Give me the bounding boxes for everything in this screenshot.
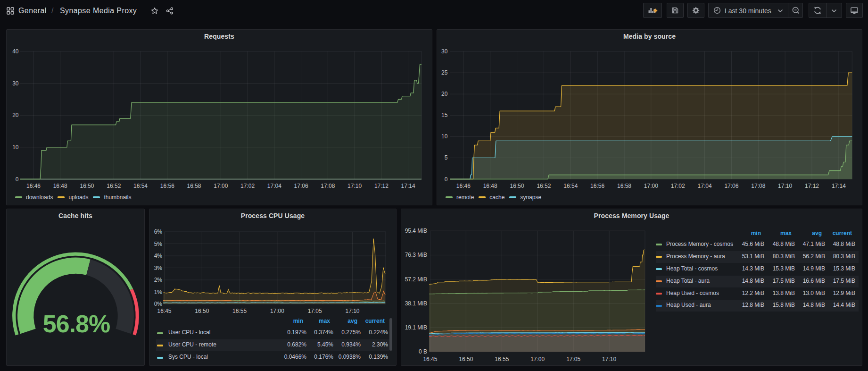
svg-text:95.4 MiB: 95.4 MiB (405, 228, 427, 234)
svg-text:76.3 MiB: 76.3 MiB (405, 252, 427, 258)
svg-text:17:00: 17:00 (270, 308, 284, 314)
svg-text:16:52: 16:52 (537, 183, 551, 189)
svg-text:10: 10 (12, 144, 19, 151)
svg-text:57.2 MiB: 57.2 MiB (405, 276, 427, 283)
svg-text:6%: 6% (154, 228, 163, 235)
svg-text:17:08: 17:08 (321, 183, 335, 189)
svg-text:2%: 2% (154, 277, 163, 283)
svg-text:25: 25 (441, 69, 448, 76)
svg-text:16:58: 16:58 (187, 183, 201, 189)
svg-text:16:48: 16:48 (483, 183, 497, 189)
svg-text:16:56: 16:56 (160, 183, 174, 189)
svg-text:16:52: 16:52 (107, 183, 121, 189)
svg-text:16:45: 16:45 (423, 356, 437, 363)
svg-text:16:48: 16:48 (53, 183, 67, 189)
svg-text:17:00: 17:00 (530, 356, 545, 363)
svg-text:17:02: 17:02 (240, 183, 255, 189)
svg-text:56.8%: 56.8% (43, 310, 110, 337)
svg-text:16:46: 16:46 (456, 183, 471, 189)
svg-text:5%: 5% (154, 241, 163, 247)
svg-text:0: 0 (16, 176, 19, 183)
svg-text:17:14: 17:14 (832, 183, 846, 189)
svg-text:5: 5 (445, 154, 448, 161)
svg-text:17:10: 17:10 (345, 308, 359, 314)
svg-text:17:00: 17:00 (644, 183, 658, 189)
svg-text:17:10: 17:10 (602, 356, 616, 363)
svg-text:17:10: 17:10 (778, 183, 792, 189)
svg-text:16:55: 16:55 (495, 356, 509, 363)
svg-text:17:05: 17:05 (308, 308, 322, 314)
svg-text:17:04: 17:04 (267, 183, 281, 189)
svg-text:16:50: 16:50 (510, 183, 524, 189)
svg-text:17:00: 17:00 (214, 183, 228, 189)
svg-text:17:05: 17:05 (566, 356, 580, 363)
svg-text:17:02: 17:02 (671, 183, 685, 189)
svg-text:17:14: 17:14 (401, 183, 415, 189)
svg-text:16:54: 16:54 (133, 183, 148, 189)
svg-text:20: 20 (441, 91, 448, 97)
svg-text:17:10: 17:10 (347, 183, 362, 189)
svg-text:0 B: 0 B (419, 348, 427, 355)
svg-text:10: 10 (441, 133, 448, 140)
svg-text:16:50: 16:50 (80, 183, 94, 189)
svg-text:16:58: 16:58 (617, 183, 631, 189)
svg-text:16:46: 16:46 (26, 183, 41, 189)
svg-text:17:12: 17:12 (374, 183, 389, 189)
svg-text:38.1 MiB: 38.1 MiB (405, 300, 427, 307)
svg-text:17:12: 17:12 (805, 183, 819, 189)
svg-text:30: 30 (12, 80, 19, 87)
svg-text:15: 15 (441, 112, 448, 118)
svg-text:20: 20 (12, 112, 19, 118)
svg-text:17:08: 17:08 (751, 183, 765, 189)
svg-text:16:45: 16:45 (157, 308, 171, 314)
svg-text:16:50: 16:50 (459, 356, 473, 363)
svg-text:40: 40 (12, 48, 19, 55)
svg-text:16:55: 16:55 (232, 308, 247, 314)
svg-text:0: 0 (445, 176, 448, 183)
svg-text:16:54: 16:54 (563, 183, 578, 189)
svg-text:16:56: 16:56 (590, 183, 604, 189)
svg-text:17:06: 17:06 (724, 183, 738, 189)
svg-text:17:04: 17:04 (698, 183, 712, 189)
svg-text:30: 30 (441, 48, 448, 55)
svg-text:3%: 3% (154, 265, 163, 271)
svg-text:4%: 4% (154, 253, 163, 259)
svg-text:17:06: 17:06 (294, 183, 308, 189)
svg-text:0%: 0% (154, 301, 163, 307)
svg-text:16:50: 16:50 (195, 308, 209, 314)
svg-text:19.1 MiB: 19.1 MiB (405, 324, 427, 331)
svg-text:1%: 1% (154, 289, 163, 295)
